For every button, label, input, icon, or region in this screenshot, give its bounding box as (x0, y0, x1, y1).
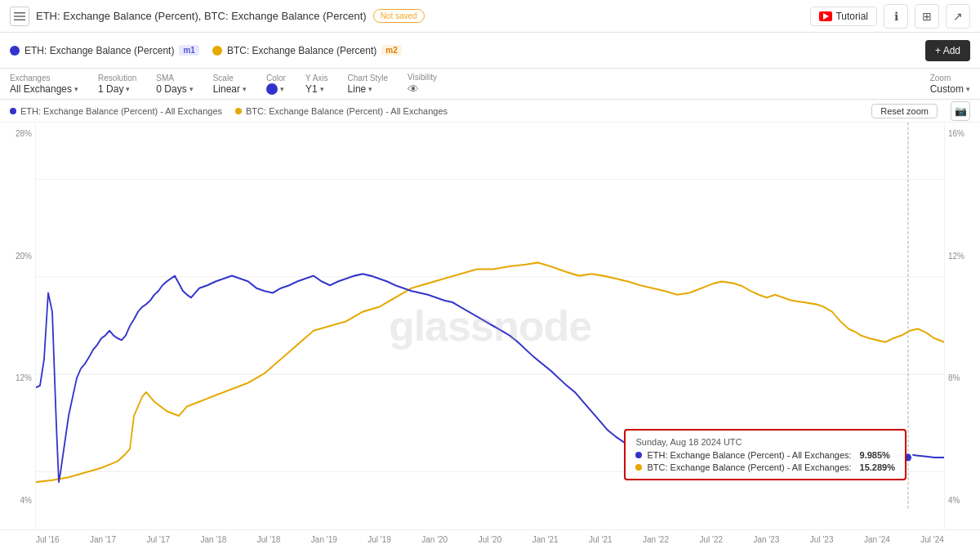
x-label-13: Jan '23 (753, 535, 779, 544)
chart-legend-row: ETH: Exchange Balance (Percent) - All Ex… (0, 100, 980, 123)
btc-chart-dot (235, 108, 242, 114)
info-button[interactable]: ℹ (884, 4, 908, 29)
x-label-15: Jan '24 (864, 535, 890, 544)
scale-value: Linear (213, 83, 240, 95)
zoom-arrow: ▾ (966, 85, 970, 93)
youtube-icon (819, 11, 832, 21)
resolution-dropdown[interactable]: 1 Day ▾ (98, 83, 136, 95)
visibility-toggle[interactable]: 👁 (408, 83, 437, 96)
yaxis-arrow: ▾ (320, 85, 324, 93)
y-right-bot: 4% (948, 496, 977, 505)
y-right-mid1: 12% (948, 252, 977, 261)
grid-button[interactable]: ⊞ (915, 4, 939, 29)
sma-control: SMA 0 Days ▾ (156, 74, 193, 95)
x-label-0: Jul '16 (36, 535, 60, 544)
main-content: ETH: Exchange Balance (Percent) m1 BTC: … (0, 33, 980, 549)
color-arrow: ▾ (280, 85, 284, 93)
yaxis-label: Y Axis (305, 74, 328, 83)
chart-inner: glassnode (36, 123, 944, 529)
header-right: Tutorial ℹ ⊞ ↗ (810, 4, 970, 29)
exchanges-arrow: ▾ (74, 85, 78, 93)
not-saved-badge: Not saved (373, 9, 425, 23)
x-label-16: Jul '24 (920, 535, 944, 544)
x-label-8: Jul '20 (479, 535, 502, 544)
tutorial-button[interactable]: Tutorial (810, 7, 877, 26)
yaxis-control: Y Axis Y1 ▾ (305, 74, 328, 95)
y-right-mid2: 8% (948, 373, 977, 382)
eth-tooltip-value: 9.985% (860, 450, 890, 460)
sma-arrow: ▾ (189, 85, 194, 93)
exchanges-dropdown[interactable]: All Exchanges ▾ (10, 83, 78, 95)
eth-tooltip-dot (635, 452, 642, 458)
y-left-bot: 4% (3, 496, 32, 505)
tooltip-date: Sunday, Aug 18 2024 UTC (635, 437, 895, 447)
color-control: Color ▾ (266, 74, 286, 95)
eth-legend-item: ETH: Exchange Balance (Percent) m1 (10, 45, 199, 56)
eth-chart-dot (10, 108, 16, 114)
header-left: ETH: Exchange Balance (Percent), BTC: Ex… (10, 7, 810, 26)
page-title: ETH: Exchange Balance (Percent), BTC: Ex… (36, 10, 367, 22)
eth-dot (10, 46, 20, 56)
sma-dropdown[interactable]: 0 Days ▾ (156, 83, 193, 95)
y-right-top: 16% (948, 129, 977, 138)
btc-chart-legend-text: BTC: Exchange Balance (Percent) - All Ex… (246, 106, 448, 116)
zoom-dropdown[interactable]: Custom ▾ (930, 83, 970, 95)
x-label-4: Jul '18 (257, 535, 281, 544)
x-label-9: Jan '21 (532, 535, 559, 544)
x-label-14: Jul '23 (810, 535, 834, 544)
visibility-label: Visibility (408, 73, 437, 82)
scale-dropdown[interactable]: Linear ▾ (213, 83, 247, 95)
tooltip-box: Sunday, Aug 18 2024 UTC ETH: Exchange Ba… (624, 429, 906, 480)
y-left-top: 28% (3, 129, 32, 138)
x-label-2: Jul '17 (146, 535, 170, 544)
x-axis: Jul '16 Jan '17 Jul '17 Jan '18 Jul '18 … (0, 529, 980, 549)
svg-rect-1 (14, 16, 25, 17)
yaxis-dropdown[interactable]: Y1 ▾ (305, 83, 328, 95)
svg-rect-2 (14, 19, 25, 20)
sidebar-toggle[interactable] (10, 7, 29, 26)
header: ETH: Exchange Balance (Percent), BTC: Ex… (0, 0, 980, 33)
scale-arrow: ▾ (243, 85, 247, 93)
tutorial-label: Tutorial (835, 11, 868, 22)
x-label-5: Jan '19 (311, 535, 337, 544)
x-label-3: Jan '18 (200, 535, 226, 544)
color-label: Color (266, 74, 286, 83)
screenshot-button[interactable]: 📷 (951, 101, 970, 121)
svg-rect-0 (14, 12, 25, 14)
x-label-7: Jan '20 (421, 535, 448, 544)
x-label-1: Jan '17 (90, 535, 116, 544)
eye-icon: 👁 (408, 83, 419, 96)
exchanges-value: All Exchanges (10, 83, 72, 95)
add-button[interactable]: + Add (925, 40, 970, 61)
legend-bar: ETH: Exchange Balance (Percent) m1 BTC: … (0, 33, 980, 69)
btc-dot (212, 46, 222, 56)
chart-with-axes: 28% 20% 12% 4% glassnode (0, 123, 980, 529)
btc-tooltip-value: 15.289% (860, 462, 895, 472)
zoom-control: Zoom Custom ▾ (930, 74, 970, 95)
color-dropdown[interactable]: ▾ (266, 83, 286, 95)
btc-legend-label: BTC: Exchange Balance (Percent) (227, 45, 376, 56)
resolution-arrow: ▾ (126, 85, 130, 93)
eth-axis-badge[interactable]: m1 (179, 45, 198, 56)
sma-value: 0 Days (156, 83, 186, 95)
btc-tooltip-row: BTC: Exchange Balance (Percent) - All Ex… (635, 462, 895, 472)
reset-zoom-button[interactable]: Reset zoom (871, 104, 938, 118)
zoom-value: Custom (930, 83, 964, 95)
color-swatch (266, 83, 278, 95)
scale-control: Scale Linear ▾ (213, 74, 247, 95)
chartstyle-control: Chart Style Line ▾ (348, 74, 388, 95)
zoom-label: Zoom (930, 74, 970, 83)
btc-axis-badge[interactable]: m2 (381, 45, 401, 56)
resolution-value: 1 Day (98, 83, 123, 95)
share-button[interactable]: ↗ (946, 4, 970, 29)
x-label-6: Jul '19 (368, 535, 391, 544)
exchanges-label: Exchanges (10, 74, 78, 83)
sma-label: SMA (156, 74, 193, 83)
visibility-control: Visibility 👁 (408, 73, 437, 96)
chartstyle-value: Line (348, 83, 367, 95)
chartstyle-dropdown[interactable]: Line ▾ (348, 83, 388, 95)
y-left-mid2: 12% (3, 373, 32, 382)
x-label-10: Jul '21 (589, 535, 612, 544)
btc-tooltip-dot (635, 464, 642, 471)
x-label-12: Jul '22 (699, 535, 723, 544)
